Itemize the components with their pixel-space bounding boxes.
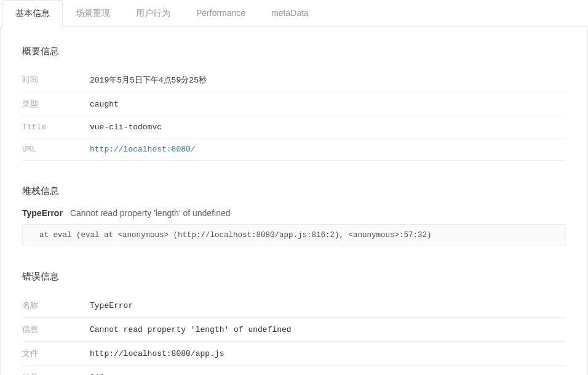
error-row-message: 信息 Cannot read property 'length' of unde… — [22, 318, 566, 342]
error-section: 错误信息 名称 TypeError 信息 Cannot read propert… — [22, 271, 566, 375]
error-title: 错误信息 — [22, 271, 566, 283]
stack-error-type: TypeError — [22, 208, 63, 218]
summary-value-type: caught — [90, 100, 119, 109]
tab-basic-info[interactable]: 基本信息 — [2, 0, 63, 27]
error-row-line: 行号 816 — [22, 366, 566, 375]
summary-section: 概要信息 时间 2019年5月5日下午4点59分25秒 类型 caught Ti… — [22, 46, 566, 161]
summary-row-type: 类型 caught — [22, 92, 566, 116]
summary-value-url[interactable]: http://localhost:8080/ — [90, 145, 196, 154]
tab-metadata[interactable]: metaData — [258, 0, 322, 27]
stack-header: TypeError Cannot read property 'length' … — [22, 208, 566, 218]
summary-row-url: URL http://localhost:8080/ — [22, 139, 566, 161]
error-label-file: 文件 — [22, 348, 90, 359]
tabs-bar: 基本信息 场景重现 用户行为 Performance metaData — [0, 0, 588, 27]
stack-section: 堆栈信息 TypeError Cannot read property 'len… — [22, 185, 566, 246]
summary-value-time: 2019年5月5日下午4点59分25秒 — [90, 75, 207, 86]
error-value-name: TypeError — [90, 301, 133, 310]
tab-user-behavior[interactable]: 用户行为 — [123, 0, 183, 27]
summary-label-time: 时间 — [22, 75, 90, 86]
error-label-line: 行号 — [22, 372, 90, 375]
tab-scene-replay[interactable]: 场景重现 — [63, 0, 123, 27]
summary-label-url: URL — [22, 145, 90, 154]
summary-label-title: Title — [22, 123, 90, 132]
error-value-file: http://localhost:8080/app.js — [90, 349, 224, 358]
tab-performance[interactable]: Performance — [183, 0, 258, 27]
tab-content: 概要信息 时间 2019年5月5日下午4点59分25秒 类型 caught Ti… — [0, 27, 588, 375]
summary-label-type: 类型 — [22, 99, 90, 110]
stack-title: 堆栈信息 — [22, 185, 566, 197]
error-row-file: 文件 http://localhost:8080/app.js — [22, 342, 566, 366]
error-label-name: 名称 — [22, 300, 90, 311]
error-value-message: Cannot read property 'length' of undefin… — [90, 325, 292, 334]
summary-row-time: 时间 2019年5月5日下午4点59分25秒 — [22, 68, 566, 92]
summary-value-title: vue-cli-todomvc — [90, 123, 162, 132]
summary-title: 概要信息 — [22, 46, 566, 57]
error-label-message: 信息 — [22, 324, 90, 335]
summary-row-title: Title vue-cli-todomvc — [22, 116, 566, 139]
stack-error-message: Cannot read property 'length' of undefin… — [70, 208, 231, 218]
error-row-name: 名称 TypeError — [22, 294, 566, 318]
stack-trace: at eval (eval at <anonymous> (http://loc… — [22, 224, 566, 246]
